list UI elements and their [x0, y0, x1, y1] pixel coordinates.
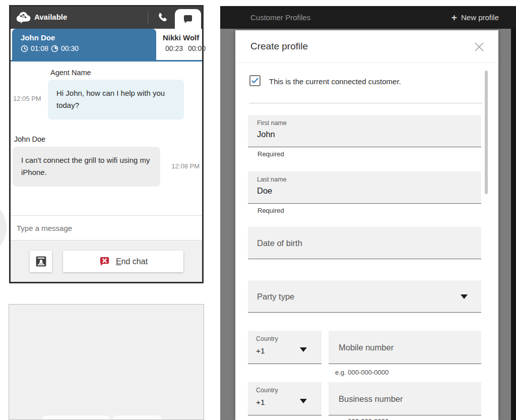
required-helper: Required — [257, 150, 284, 158]
secondary-panel — [9, 304, 204, 420]
field-label: Country — [256, 387, 278, 394]
modal-scrollbar-thumb[interactable] — [485, 71, 488, 194]
field-label: First name — [257, 119, 287, 127]
new-profile-button[interactable]: + New profile — [452, 13, 499, 22]
message-timestamp: 12:05 PM — [13, 95, 41, 102]
collapsed-widget-circle[interactable] — [0, 199, 7, 257]
profiles-title: Customer Profiles — [250, 13, 310, 22]
end-chat-x-icon — [99, 256, 110, 267]
contact-name: John Doe — [21, 33, 156, 42]
field-placeholder: Party type — [257, 280, 294, 313]
format-helper: e.g. 000-000-0000 — [335, 417, 389, 420]
contact-duration: 01:08 — [31, 44, 48, 52]
hidden-button-top-edge — [113, 415, 161, 419]
agent-message-bubble: Hi John, how can I help with you today? — [48, 80, 184, 119]
contact-tab-bar: John Doe 01:08 00:30 Nikki Wolf — [11, 29, 202, 62]
ccp-footer: End chat — [11, 240, 202, 282]
contact-duration: 00:23 — [165, 44, 183, 52]
create-profile-modal: Create profile This is the current conne… — [235, 30, 498, 420]
hold-timer-icon — [51, 45, 58, 52]
message-timestamp: 12:08 PM — [171, 162, 200, 170]
connect-cloud-logo-icon — [16, 11, 31, 24]
business-number-field[interactable]: Business number — [329, 382, 481, 415]
field-placeholder: Business number — [339, 382, 403, 415]
message-input[interactable] — [11, 224, 202, 232]
customer-message-bubble: I can't connect the grill to wifi using … — [13, 147, 160, 187]
plus-icon: + — [452, 13, 457, 22]
chat-transcript: Agent Name Hi John, how can I help with … — [11, 62, 202, 215]
message-sender: John Doe — [14, 135, 45, 143]
field-placeholder: Date of birth — [257, 227, 302, 259]
date-of-birth-field[interactable]: Date of birth — [248, 227, 481, 259]
message-input-row — [11, 215, 202, 240]
last-name-field[interactable]: Last name Doe — [248, 171, 481, 204]
ccp-panel: Available John Doe 01:08 — [9, 5, 204, 283]
chat-channel-tab[interactable] — [175, 9, 201, 29]
message-sender: Agent Name — [50, 69, 91, 77]
chevron-down-icon — [300, 347, 307, 352]
contact-attributes-button[interactable] — [30, 251, 52, 272]
chevron-down-icon — [300, 399, 307, 403]
format-helper: e.g. 000-000-0000 — [335, 369, 389, 376]
business-country-select[interactable]: Country +1 — [248, 382, 321, 415]
field-label: Country — [256, 335, 278, 342]
hold-duration: 00:00 — [188, 44, 206, 52]
chevron-down-icon — [461, 294, 468, 299]
chat-bubble-icon — [182, 13, 194, 25]
field-placeholder: Mobile number — [339, 331, 394, 364]
hold-duration: 00:30 — [61, 44, 79, 52]
contact-tab-nikki-wolf[interactable]: Nikki Wolf 00:23 00:00 — [163, 29, 204, 60]
field-label: Last name — [257, 176, 286, 183]
party-type-select[interactable]: Party type — [248, 280, 481, 313]
field-value: +1 — [256, 398, 265, 407]
profiles-header: Customer Profiles + New profile — [220, 6, 516, 29]
screen: Available John Doe 01:08 — [0, 0, 516, 420]
field-value: John — [257, 130, 275, 139]
ccp-header: Available — [11, 7, 202, 29]
agent-status[interactable]: Available — [34, 13, 67, 21]
contact-tab-john-doe[interactable]: John Doe 01:08 00:30 — [12, 29, 156, 60]
check-icon — [251, 77, 259, 85]
hidden-button-top-edge — [42, 415, 110, 419]
checkbox-label: This is the current connected customer. — [269, 77, 401, 86]
first-name-field[interactable]: First name John — [248, 115, 481, 147]
clock-icon — [21, 45, 28, 52]
connected-customer-checkbox[interactable] — [249, 75, 261, 86]
modal-divider — [235, 63, 498, 63]
mobile-country-select[interactable]: Country +1 — [248, 331, 321, 364]
modal-title: Create profile — [250, 41, 308, 52]
required-helper: Required — [257, 207, 284, 214]
header-divider — [148, 12, 148, 24]
contact-name: Nikki Wolf — [163, 33, 204, 42]
end-chat-button[interactable]: End chat — [63, 251, 183, 272]
section-divider — [249, 103, 482, 103]
end-chat-label: End chat — [116, 257, 148, 266]
phone-channel-icon[interactable] — [156, 11, 169, 24]
mobile-number-field[interactable]: Mobile number — [329, 331, 481, 364]
field-value: +1 — [256, 346, 265, 355]
close-icon — [473, 41, 485, 53]
close-button[interactable] — [473, 41, 485, 53]
right-edge-strip — [511, 6, 516, 420]
field-value: Doe — [257, 186, 272, 196]
new-profile-label: New profile — [461, 13, 499, 22]
contact-card-icon — [35, 255, 47, 268]
